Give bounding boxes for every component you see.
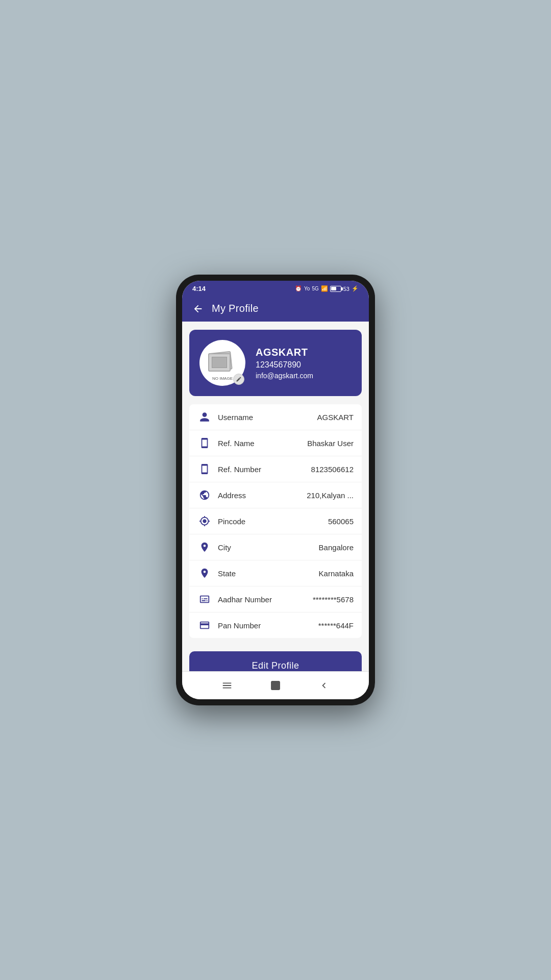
avatar-placeholder: [207, 348, 238, 378]
edit-avatar-button[interactable]: [233, 374, 244, 385]
pan-value: ******644F: [318, 621, 354, 630]
info-row-pincode: Pincode 560065: [189, 508, 362, 534]
app-bar: My Profile: [182, 296, 369, 322]
phone-icon-ref-name: [197, 437, 212, 449]
ref-number-value: 8123506612: [311, 465, 354, 474]
aadhar-label: Aadhar Number: [218, 595, 313, 604]
svg-rect-0: [271, 681, 280, 690]
wifi-signal-icon: 📶: [321, 285, 328, 292]
card-icon: [197, 620, 212, 631]
address-label: Address: [218, 491, 307, 500]
username-value: AGSKART: [317, 413, 354, 422]
globe-icon: [197, 489, 212, 501]
back-button[interactable]: [192, 303, 204, 314]
info-row-pan: Pan Number ******644F: [189, 612, 362, 638]
page-title: My Profile: [212, 303, 259, 314]
nav-back-button[interactable]: [308, 678, 340, 693]
profile-info: AGSKART 1234567890 info@agskart.com: [256, 347, 352, 380]
id-card-icon: [197, 594, 212, 605]
pincode-value: 560065: [328, 517, 354, 526]
state-value: Karnataka: [319, 569, 354, 578]
info-row-aadhar: Aadhar Number ********5678: [189, 586, 362, 612]
status-icons: ⏰ Yo 5G 📶 53 ⚡: [295, 285, 359, 292]
city-label: City: [218, 543, 319, 552]
buttons-section: Edit Profile Delete Account: [182, 646, 369, 671]
avatar-container: NO IMAGE: [199, 340, 245, 386]
location-icon-city: [197, 542, 212, 553]
network-icon: Yo: [304, 286, 310, 291]
pincode-label: Pincode: [218, 517, 328, 526]
profile-phone: 1234567890: [256, 360, 352, 370]
profile-email: info@agskart.com: [256, 372, 352, 380]
nav-home-button[interactable]: [260, 678, 291, 693]
info-row-ref-name: Ref. Name Bhaskar User: [189, 430, 362, 456]
info-list: Username AGSKART Ref. Name Bhaskar User: [189, 404, 362, 638]
ref-name-value: Bhaskar User: [307, 439, 354, 448]
profile-card: NO IMAGE AGSKART 1234567890 info@agskart…: [189, 330, 362, 396]
pan-label: Pan Number: [218, 621, 318, 630]
bottom-nav: [182, 671, 369, 699]
battery-icon: [330, 286, 341, 292]
address-value: 210,Kalyan ...: [307, 491, 354, 500]
edit-profile-button[interactable]: Edit Profile: [189, 651, 362, 671]
username-label: Username: [218, 413, 317, 422]
battery-percent: 53: [343, 286, 349, 292]
city-value: Bangalore: [319, 543, 354, 552]
info-row-state: State Karnataka: [189, 560, 362, 586]
charging-icon: ⚡: [352, 285, 359, 292]
ref-name-label: Ref. Name: [218, 439, 307, 448]
location-icon-state: [197, 568, 212, 579]
signal-5g-icon: 5G: [312, 286, 318, 291]
info-row-username: Username AGSKART: [189, 404, 362, 430]
alarm-icon: ⏰: [295, 285, 302, 292]
status-bar: 4:14 ⏰ Yo 5G 📶 53 ⚡: [182, 281, 369, 296]
aadhar-value: ********5678: [313, 595, 354, 604]
profile-name: AGSKART: [256, 347, 352, 358]
target-icon: [197, 516, 212, 527]
content-area: NO IMAGE AGSKART 1234567890 info@agskart…: [182, 322, 369, 671]
no-image-label: NO IMAGE: [212, 376, 233, 381]
phone-icon-ref-number: [197, 463, 212, 475]
info-row-ref-number: Ref. Number 8123506612: [189, 456, 362, 482]
info-row-city: City Bangalore: [189, 534, 362, 560]
status-time: 4:14: [192, 285, 206, 292]
person-icon: [197, 411, 212, 423]
info-row-address: Address 210,Kalyan ...: [189, 482, 362, 508]
ref-number-label: Ref. Number: [218, 465, 311, 474]
nav-menu-button[interactable]: [211, 678, 243, 693]
state-label: State: [218, 569, 319, 578]
